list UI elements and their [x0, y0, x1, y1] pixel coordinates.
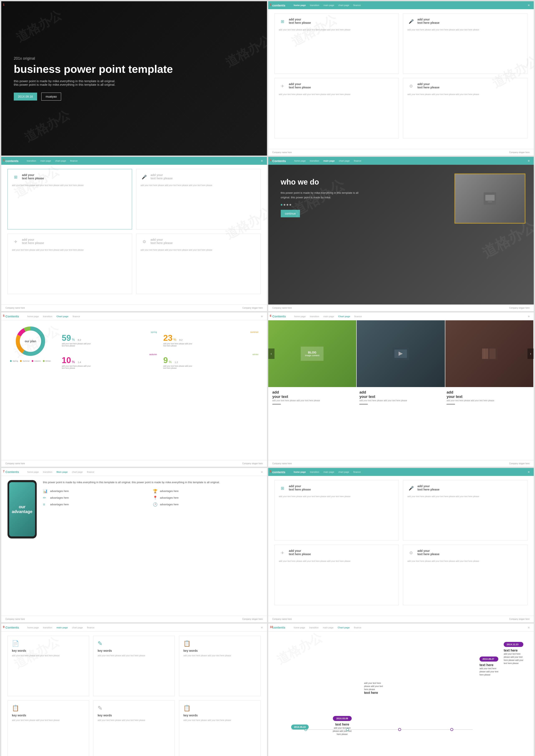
adv-grid: 📊 advantages here 🏆 advantages here ✏ ad… [43, 489, 261, 507]
slide6-nav-finance[interactable]: finance [354, 315, 362, 318]
slide6-menu-icon[interactable]: ≡ [528, 315, 530, 318]
slide4-nav-chart[interactable]: chart page [339, 159, 350, 162]
kw-title4: key words [12, 714, 85, 717]
svg-rect-2 [488, 202, 492, 202]
tl-label3: text here [364, 691, 383, 695]
svg-point-17 [451, 728, 453, 731]
slide7-nav-chart[interactable]: chart page [72, 471, 83, 473]
slide5-nav-transition[interactable]: transition [43, 315, 52, 318]
slide9-nav-chart[interactable]: chart page [72, 626, 83, 629]
kw-card5: ✎ key words add your text here please ad… [93, 700, 175, 756]
slide4-menu-icon[interactable]: ≡ [528, 159, 530, 162]
slide8-card1: ⊞ add yourtext here please add your text… [274, 480, 399, 541]
kw-text5: add your text here please add your text … [98, 719, 170, 722]
slide9-nav-transition[interactable]: transition [43, 626, 52, 629]
slide10-nav-home[interactable]: home page [294, 626, 305, 629]
s3card3-title: add yourtext here please [22, 238, 44, 245]
legend-summer-label: Summer [22, 360, 30, 362]
slide5-nav-main[interactable]: Chart page [57, 315, 69, 318]
slide2-menu-icon[interactable]: ≡ [528, 4, 530, 7]
slide10-menu-icon[interactable]: ≡ [528, 626, 530, 629]
slide7-nav-finance[interactable]: finance [87, 471, 94, 473]
slide4-nav-main[interactable]: main page [323, 159, 335, 162]
slide3-menu-icon[interactable]: ≡ [261, 159, 263, 162]
slide2-nav-item5[interactable]: finance [353, 4, 361, 7]
slide9-nav-home[interactable]: home page [27, 626, 39, 629]
adv-icon6: 🕐 [153, 502, 158, 507]
slide2-footer: Company name here Company slogan here [268, 149, 534, 155]
s3card2-icon: 🎤 [141, 173, 148, 181]
slide9-menu-icon[interactable]: ≡ [261, 626, 263, 629]
adv-label2: advantages here [160, 490, 179, 492]
kw-card4: 📋 key words add your text here please ad… [8, 700, 89, 756]
slide6-nav-home[interactable]: home page [294, 315, 306, 318]
slide10-nav-chart[interactable]: Chart page [338, 626, 350, 629]
gallery-next[interactable]: › [527, 349, 534, 359]
cap2-line [359, 404, 368, 405]
slide4-btn[interactable]: continue [281, 210, 300, 217]
slide9-brand: Contents [5, 626, 19, 629]
slide1-btn2[interactable]: muatyao [41, 93, 61, 100]
slide4-nav-finance[interactable]: finance [354, 159, 361, 162]
slide3-nav-chart[interactable]: chart page [55, 159, 66, 162]
slide3-nav-finance[interactable]: finance [70, 159, 78, 162]
svg-rect-12 [484, 349, 485, 359]
slide-7: 7 Contents home page transition Main pag… [1, 468, 267, 622]
slide4-nav-home[interactable]: home page [294, 159, 306, 162]
tl-text3: add your text hereplease add your texthe… [364, 682, 383, 691]
slide8-menu-icon[interactable]: ≡ [528, 470, 530, 474]
slide6-nav-main[interactable]: main page [323, 315, 334, 318]
slide8-nav-chart[interactable]: chart page [338, 471, 349, 473]
slide-6: 6 Contents home page transition main pag… [268, 312, 534, 467]
slide5-nav-finance[interactable]: finance [72, 315, 80, 318]
slide8-nav-transition[interactable]: transition [310, 471, 319, 473]
slide3-nav-transition[interactable]: transition [27, 159, 36, 162]
slide5-menu-icon[interactable]: ≡ [261, 315, 263, 318]
slide3-nav-main[interactable]: main page [40, 159, 51, 162]
slide7-nav-home[interactable]: home page [27, 471, 39, 473]
slide6-nav-transition[interactable]: transition [310, 315, 319, 318]
tl-item4: 201X.09.27 text here add your text herep… [480, 657, 498, 676]
slide4-dots [281, 204, 364, 206]
slide3-card2: 🎤 add yourtext here please add your text… [136, 169, 261, 229]
slide8-content: ⊞ add yourtext here please add your text… [268, 476, 534, 616]
slide1-btn1[interactable]: 201X.09.16 [14, 93, 37, 100]
slide8-brand: contents [272, 470, 286, 474]
slide10-nav-transition[interactable]: transition [309, 626, 319, 629]
slide-9-number: 9 [3, 625, 5, 629]
slide10-nav-finance[interactable]: finance [354, 626, 361, 629]
adv-content: this power point is made by mike.everyth… [43, 480, 261, 605]
slide4-nav-transition[interactable]: transition [310, 159, 319, 162]
slide8-footer: Company name here Company slogan here [268, 616, 534, 622]
slide9-nav-finance[interactable]: finance [87, 626, 94, 629]
slide2-nav-item4[interactable]: chart page [338, 4, 349, 7]
slide4-footer: Company name here Company slogan here [268, 304, 534, 311]
slide5-nav-home[interactable]: home page [27, 315, 39, 318]
kw-icon3: 📋 [183, 640, 256, 647]
legend-spring-label: Spring [13, 360, 18, 362]
slide-7-number: 7 [3, 470, 5, 473]
slide2-nav-item2[interactable]: transition [310, 4, 319, 7]
dot3 [287, 204, 288, 206]
slide2-nav-item1[interactable]: home page [294, 4, 306, 7]
slide9-nav-main[interactable]: main page [57, 626, 68, 629]
slide4-nav: Contents home page transition main page … [268, 157, 534, 165]
slide7-nav-main[interactable]: Main page [57, 471, 68, 473]
slide8-nav-main[interactable]: main page [324, 471, 334, 473]
slide-10-number: 10 [270, 625, 273, 629]
tl-item1: 201X.05.22 [291, 724, 309, 730]
stat-winter-value: 9 [163, 355, 168, 365]
slide7-nav-transition[interactable]: transition [43, 471, 52, 473]
slide8-nav-home[interactable]: home page [294, 471, 306, 473]
slide8-nav-finance[interactable]: finance [353, 471, 361, 473]
slide10-nav-main[interactable]: main page [323, 626, 333, 629]
gallery-prev[interactable]: ‹ [268, 349, 274, 359]
slide2-nav-item3[interactable]: main page [324, 4, 334, 7]
s8card4-title: add yourtext here please [417, 549, 439, 556]
slide7-slogan: Company slogan here [242, 618, 263, 620]
slide7-menu-icon[interactable]: ≡ [261, 470, 263, 474]
kw-title6: key words [183, 714, 256, 717]
cap1-line [272, 404, 281, 405]
slide7-content: our advantage this power point is made b… [1, 476, 267, 616]
slide6-nav-chart[interactable]: Chart page [338, 315, 350, 318]
